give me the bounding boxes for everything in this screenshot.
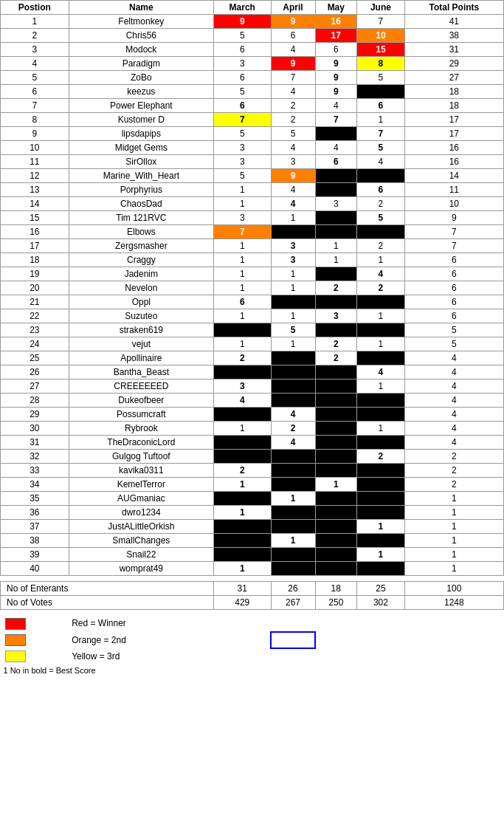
cell-june: 1 — [357, 379, 405, 394]
cell-march: 9 — [214, 15, 272, 29]
cell-april: 1 — [271, 281, 315, 295]
cell-may: 2 — [315, 281, 357, 295]
cell-total: 4 — [404, 436, 503, 450]
cell-may — [315, 492, 357, 506]
cell-may: 9 — [315, 57, 357, 71]
cell-june: 2 — [357, 450, 405, 464]
cell-june: 1 — [357, 520, 405, 534]
cell-name: Porphyrius — [69, 183, 213, 197]
table-row: 21Oppl66 — [1, 295, 504, 309]
cell-may — [315, 422, 357, 436]
cell-june — [357, 436, 405, 450]
cell-total: 2 — [404, 464, 503, 478]
cell-june — [357, 478, 405, 492]
cell-name: Kustomer D — [69, 113, 213, 127]
cell-total: 10 — [404, 197, 503, 211]
cell-may — [315, 464, 357, 478]
cell-may: 6 — [315, 43, 357, 57]
cell-march: 3 — [214, 155, 272, 169]
table-row: 36dwro123411 — [1, 506, 504, 520]
cell-total: 7 — [404, 225, 503, 239]
cell-name: JustALittleOrkish — [69, 520, 213, 534]
cell-april — [271, 478, 315, 492]
cell-position: 13 — [1, 183, 69, 197]
cell-name: Midget Gems — [69, 141, 213, 155]
stats-row: No of Enterants31261825100 — [1, 582, 504, 596]
cell-total: 6 — [404, 253, 503, 267]
cell-position: 1 — [1, 15, 69, 29]
cell-march: 1 — [214, 478, 272, 492]
cell-march: 3 — [214, 211, 272, 225]
table-row: 37JustALittleOrkish11 — [1, 520, 504, 534]
cell-march: 1 — [214, 267, 272, 281]
cell-name: Suzuteo — [69, 309, 213, 323]
cell-april — [271, 225, 315, 239]
cell-total: 4 — [404, 379, 503, 394]
table-row: 26Bantha_Beast44 — [1, 365, 504, 379]
cell-position: 21 — [1, 295, 69, 309]
cell-june — [357, 506, 405, 520]
cell-may: 4 — [315, 99, 357, 113]
table-row: 29Possumcraft44 — [1, 408, 504, 422]
table-row: 34KemelTerror112 — [1, 478, 504, 492]
cell-may — [315, 267, 357, 281]
cell-june: 2 — [357, 281, 405, 295]
cell-name: KemelTerror — [69, 478, 213, 492]
table-row: 39Snail2211 — [1, 548, 504, 562]
table-row: 2Chris5656171038 — [1, 29, 504, 43]
cell-position: 39 — [1, 548, 69, 562]
cell-june — [357, 295, 405, 309]
cell-position: 12 — [1, 169, 69, 183]
cell-june: 1 — [357, 309, 405, 323]
cell-april: 4 — [271, 183, 315, 197]
cell-april: 1 — [271, 211, 315, 225]
cell-name: womprat49 — [69, 562, 213, 576]
stats-row: No of Votes4292672503021248 — [1, 596, 504, 610]
cell-total: 4 — [404, 365, 503, 379]
cell-name: Paradigm — [69, 57, 213, 71]
cell-april: 3 — [271, 155, 315, 169]
cell-may — [315, 183, 357, 197]
cell-position: 27 — [1, 379, 69, 394]
cell-position: 22 — [1, 309, 69, 323]
legend-color-cell — [1, 616, 69, 632]
cell-name: Oppl — [69, 295, 213, 309]
cell-name: Snail22 — [69, 548, 213, 562]
cell-april: 4 — [271, 408, 315, 422]
cell-position: 3 — [1, 43, 69, 57]
cell-position: 24 — [1, 337, 69, 351]
col-header-position: Postion — [1, 1, 69, 15]
cell-march: 1 — [214, 183, 272, 197]
cell-april — [271, 450, 315, 464]
cell-total: 1 — [404, 534, 503, 548]
cell-may: 17 — [315, 29, 357, 43]
cell-march: 6 — [214, 71, 272, 85]
col-header-march: March — [214, 1, 272, 15]
cell-total: 27 — [404, 71, 503, 85]
cell-march: 2 — [214, 351, 272, 365]
cell-june — [357, 534, 405, 548]
cell-may — [315, 506, 357, 520]
cell-june — [357, 394, 405, 408]
cell-march — [214, 450, 272, 464]
cell-april: 2 — [271, 113, 315, 127]
cell-position: 31 — [1, 436, 69, 450]
cell-march — [214, 408, 272, 422]
cell-name: CREEEEEED — [69, 379, 213, 394]
legend-row: Red = Winner — [1, 616, 504, 632]
table-row: 20Nevelon11226 — [1, 281, 504, 295]
cell-name: TheDraconicLord — [69, 436, 213, 450]
cell-total: 6 — [404, 281, 503, 295]
cell-position: 32 — [1, 450, 69, 464]
cell-position: 18 — [1, 253, 69, 267]
cell-total: 1 — [404, 506, 503, 520]
cell-march: 3 — [214, 57, 272, 71]
cell-march: 5 — [214, 169, 272, 183]
cell-april — [271, 562, 315, 576]
cell-position: 5 — [1, 71, 69, 85]
cell-position: 17 — [1, 239, 69, 253]
cell-march: 1 — [214, 562, 272, 576]
table-row: 6keezus54918 — [1, 85, 504, 99]
cell-position: 9 — [1, 127, 69, 141]
cell-may: 6 — [315, 155, 357, 169]
